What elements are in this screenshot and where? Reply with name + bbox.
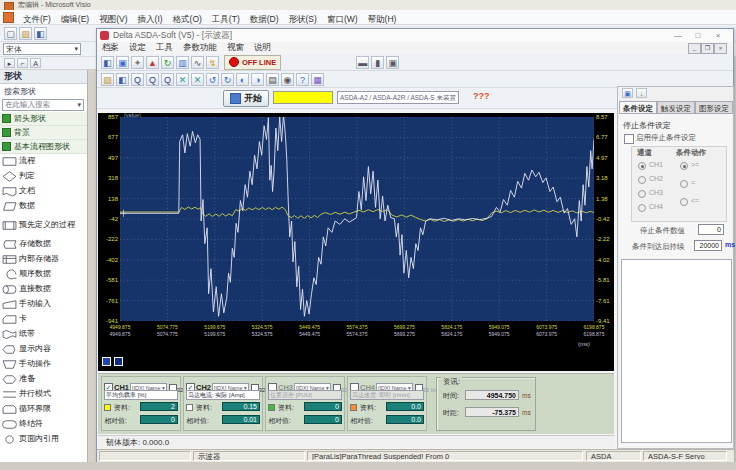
radio-ch3[interactable] (638, 190, 646, 198)
maximize-icon[interactable]: □ (691, 30, 705, 41)
stencil-tab-1[interactable]: 背景 (0, 126, 87, 140)
channel-signal-combo[interactable]: 平均负载率 [%] (104, 390, 178, 400)
mdi-restore-icon[interactable]: ❐ (701, 43, 714, 54)
lightning-icon[interactable]: ↯ (206, 56, 219, 69)
shape-item-predefined[interactable]: 预先定义的过程 (0, 214, 87, 237)
scope-cursor[interactable] (120, 210, 127, 217)
start-button[interactable]: 开始 (223, 90, 269, 107)
channel-signal-combo[interactable]: 位置误差 [PUU] (268, 390, 342, 400)
tile-horizontal-icon[interactable]: ▬ (356, 56, 369, 69)
shape-item-loop[interactable]: 循环界限 (0, 402, 87, 417)
visio-menu-4[interactable]: 格式(O) (168, 14, 207, 24)
zoom-fit-icon[interactable]: Q (161, 73, 174, 86)
monitor-icon[interactable]: ▣ (116, 56, 129, 69)
shape-item-tape[interactable]: 纸带 (0, 327, 87, 342)
stencil-tab-2[interactable]: 基本流程图形状 (0, 140, 87, 154)
shape-item-sequential[interactable]: 顺序数据 (0, 267, 87, 282)
connector-tool-icon[interactable]: ⌐ (17, 58, 28, 68)
shape-search-input[interactable]: 在此输入搜索 ▾ (2, 99, 84, 111)
visio-menu-1[interactable]: 编辑(E) (56, 14, 94, 24)
shape-item-card[interactable]: 卡 (0, 312, 87, 327)
radio-ch4[interactable] (638, 204, 646, 212)
zoom-in-icon[interactable]: Q (131, 73, 144, 86)
shape-item-data[interactable]: 数据 (0, 199, 87, 214)
shape-item-parallel[interactable]: 并行模式 (0, 387, 87, 402)
shape-item-stored[interactable]: 存储数据 (0, 237, 87, 252)
pointer-tool-icon[interactable]: ▸ (4, 58, 15, 68)
save-icon[interactable]: ◧ (116, 73, 129, 86)
channel-signal-combo[interactable]: 马达电流: 实际 [Amp] (186, 390, 260, 400)
shape-item-rect[interactable]: 流程 (0, 154, 87, 169)
mdi-minimize-icon[interactable]: _ (688, 43, 701, 54)
visio-menu-6[interactable]: 数据(D) (245, 14, 284, 24)
visio-menu-3[interactable]: 插入(I) (133, 14, 168, 24)
save-icon[interactable]: ◧ (34, 27, 47, 40)
channel-signal-combo[interactable]: 马达速度: 即时 [r/min] (350, 390, 424, 400)
mdi-close-icon[interactable]: × (714, 43, 727, 54)
pan-x-icon[interactable]: ✕ (176, 73, 189, 86)
shape-item-preparation[interactable]: 准备 (0, 372, 87, 387)
minimize-icon[interactable]: — (671, 30, 685, 41)
refresh-green-icon[interactable]: ↻ (161, 56, 174, 69)
asda-menu-4[interactable]: 视窗 (222, 42, 249, 54)
stencil-tab-0[interactable]: 箭头形状 (0, 112, 87, 126)
new-document-icon[interactable]: ▢ (4, 27, 17, 40)
shape-item-manual-input[interactable]: 手动输入 (0, 297, 87, 312)
shape-item-direct[interactable]: 直接数据 (0, 282, 87, 297)
rotate-cw-icon[interactable]: ↻ (221, 73, 234, 86)
ch1-legend-swatch[interactable] (102, 357, 111, 366)
cond-panel-window-icon[interactable]: ▣ (622, 88, 633, 98)
visio-menu-7[interactable]: 形状(S) (284, 14, 322, 24)
enable-stop-checkbox[interactable] (624, 134, 634, 144)
radio-action-2[interactable] (680, 198, 688, 206)
visio-menu-8[interactable]: 窗口(W) (322, 14, 363, 24)
alarm-icon[interactable]: ▲ (146, 56, 159, 69)
save-icon[interactable]: ◧ (101, 56, 114, 69)
scope-plot[interactable] (120, 117, 594, 321)
asda-menu-3[interactable]: 参数功能 (178, 42, 222, 54)
open-folder-icon[interactable]: ▨ (19, 27, 32, 40)
cascade-icon[interactable]: ▣ (386, 56, 399, 69)
open-folder-icon[interactable]: ▨ (101, 73, 114, 86)
asda-menu-5[interactable]: 说明 (249, 42, 276, 54)
close-icon[interactable]: × (711, 30, 725, 41)
text-tool-icon[interactable]: A (30, 58, 41, 68)
print-icon[interactable]: ▤ (266, 73, 279, 86)
cond-export-green-icon[interactable]: ↓ (636, 88, 647, 98)
visio-menu-0[interactable]: 文件(F) (18, 14, 56, 24)
chart-icon[interactable]: ▥ (176, 56, 189, 69)
shape-item-internal[interactable]: 内部存储器 (0, 252, 87, 267)
stop-value-input[interactable]: 0 (698, 224, 724, 235)
history-fwd-icon[interactable]: ◑ (251, 73, 264, 86)
shape-item-terminator[interactable]: 终结符 (0, 417, 87, 432)
radio-action-0[interactable] (680, 162, 688, 170)
shape-item-diamond[interactable]: 判定 (0, 169, 87, 184)
shape-item-display[interactable]: 显示内容 (0, 342, 87, 357)
visio-menu-2[interactable]: 视图(V) (94, 14, 132, 24)
shape-item-manual-op[interactable]: 手动操作 (0, 357, 87, 372)
visio-menu-5[interactable]: 工具(T) (207, 14, 245, 24)
rotate-ccw-icon[interactable]: ↺ (206, 73, 219, 86)
usb-icon[interactable]: ∿ (191, 56, 204, 69)
visio-menu-9[interactable]: 帮助(H) (363, 14, 402, 24)
radio-ch1[interactable] (638, 162, 646, 170)
shape-item-onpage-ref[interactable]: 页面内引用 (0, 432, 87, 447)
shape-item-document[interactable]: 文档 (0, 184, 87, 199)
asda-menu-1[interactable]: 设定 (124, 42, 151, 54)
trigger-value-field[interactable] (273, 91, 333, 104)
image-icon[interactable]: ▦ (311, 73, 324, 86)
asda-menu-0[interactable]: 档案 (97, 42, 124, 54)
device-model-combo[interactable]: ASDA-A2 / ASDA-A2R / ASDA-S 未装置 (337, 91, 459, 104)
radio-action-1[interactable] (680, 180, 688, 188)
wrench-icon[interactable]: ✦ (131, 56, 144, 69)
camera-icon[interactable]: ◉ (281, 73, 294, 86)
ch2-legend-swatch[interactable] (114, 357, 123, 366)
asda-menu-2[interactable]: 工具 (151, 42, 178, 54)
radio-ch2[interactable] (638, 176, 646, 184)
help-icon[interactable]: ? (296, 73, 309, 86)
duration-input[interactable]: 20000 (694, 240, 722, 251)
pan-y-icon[interactable]: ✕ (191, 73, 204, 86)
zoom-out-icon[interactable]: Q (146, 73, 159, 86)
font-combo[interactable]: 宋体 ▾ (3, 43, 81, 55)
history-back-icon[interactable]: ◐ (236, 73, 249, 86)
